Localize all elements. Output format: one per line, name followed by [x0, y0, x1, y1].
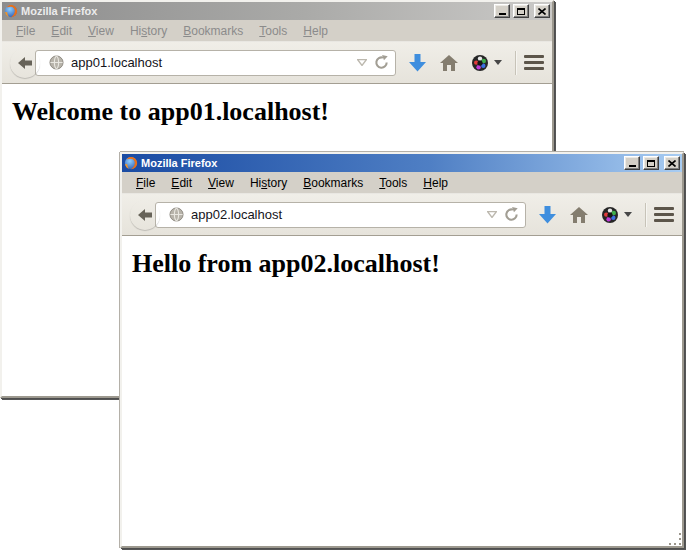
- maximize-button[interactable]: [513, 4, 529, 18]
- hamburger-icon: [654, 207, 674, 210]
- reload-icon[interactable]: [374, 55, 389, 70]
- toolbar-separator: [515, 51, 516, 75]
- dropdown-caret-icon: [494, 60, 502, 65]
- back-arrow-icon: [138, 209, 152, 221]
- menu-tools[interactable]: Tools: [371, 174, 415, 192]
- downloads-button[interactable]: [539, 206, 556, 224]
- menu-file[interactable]: File: [128, 174, 163, 192]
- color-wheel-icon: [602, 206, 621, 224]
- toolbar-separator: [645, 203, 646, 227]
- page-content: Hello from app02.localhost!: [122, 236, 682, 546]
- color-wheel-icon: [472, 54, 491, 72]
- resize-grip[interactable]: [667, 531, 681, 545]
- url-text: app02.localhost: [191, 207, 480, 222]
- menu-history[interactable]: History: [122, 22, 175, 40]
- menu-bookmarks[interactable]: Bookmarks: [295, 174, 371, 192]
- download-arrow-icon: [409, 54, 426, 72]
- back-arrow-icon: [18, 57, 32, 69]
- menu-view[interactable]: View: [80, 22, 122, 40]
- close-button[interactable]: [534, 4, 550, 18]
- globe-icon: [49, 55, 64, 70]
- menu-view[interactable]: View: [200, 174, 242, 192]
- firefox-window-app02: Mozilla Firefox File Edit View History B…: [120, 152, 684, 548]
- menu-edit[interactable]: Edit: [163, 174, 200, 192]
- close-icon: [538, 8, 546, 15]
- menu-panel-button[interactable]: [654, 205, 674, 224]
- close-button[interactable]: [664, 156, 680, 170]
- back-button[interactable]: [130, 200, 160, 230]
- desktop: Mozilla Firefox File Edit View History B…: [0, 0, 688, 551]
- menu-history[interactable]: History: [242, 174, 295, 192]
- page-heading: Hello from app02.localhost!: [132, 249, 682, 279]
- minimize-icon: [499, 13, 506, 15]
- maximize-icon: [647, 160, 655, 167]
- firefox-logo-icon: [4, 4, 18, 18]
- url-bar[interactable]: app01.localhost: [35, 50, 396, 76]
- maximize-icon: [517, 8, 525, 15]
- maximize-button[interactable]: [643, 156, 659, 170]
- urlbar-dropdown-icon[interactable]: [357, 59, 367, 66]
- back-button[interactable]: [10, 48, 40, 78]
- menu-bar: File Edit View History Bookmarks Tools H…: [122, 172, 682, 194]
- download-arrow-icon: [539, 206, 556, 224]
- close-icon: [668, 160, 676, 167]
- reload-icon[interactable]: [504, 207, 519, 222]
- toolbar-buttons: [539, 203, 674, 227]
- home-icon: [570, 207, 588, 223]
- menu-tools[interactable]: Tools: [251, 22, 295, 40]
- url-bar[interactable]: app02.localhost: [155, 202, 526, 228]
- page-heading: Welcome to app01.localhost!: [12, 97, 552, 127]
- minimize-button[interactable]: [624, 156, 640, 170]
- hamburger-icon: [524, 55, 544, 58]
- minimize-icon: [629, 165, 636, 167]
- navigation-toolbar: app01.localhost: [2, 42, 552, 84]
- titlebar[interactable]: Mozilla Firefox: [122, 154, 682, 172]
- globe-icon: [169, 207, 184, 222]
- menu-file[interactable]: File: [8, 22, 43, 40]
- menu-help[interactable]: Help: [295, 22, 336, 40]
- navigation-toolbar: app02.localhost: [122, 194, 682, 236]
- downloads-button[interactable]: [409, 54, 426, 72]
- toolbar-buttons: [409, 51, 544, 75]
- color-wheel-button[interactable]: [602, 206, 632, 224]
- home-icon: [440, 55, 458, 71]
- window-title: Mozilla Firefox: [21, 5, 491, 17]
- menu-help[interactable]: Help: [415, 174, 456, 192]
- home-button[interactable]: [440, 55, 458, 71]
- color-wheel-button[interactable]: [472, 54, 502, 72]
- titlebar[interactable]: Mozilla Firefox: [2, 2, 552, 20]
- menu-bar: File Edit View History Bookmarks Tools H…: [2, 20, 552, 42]
- window-title: Mozilla Firefox: [141, 157, 621, 169]
- url-text: app01.localhost: [71, 55, 350, 70]
- home-button[interactable]: [570, 207, 588, 223]
- menu-bookmarks[interactable]: Bookmarks: [175, 22, 251, 40]
- menu-edit[interactable]: Edit: [43, 22, 80, 40]
- dropdown-caret-icon: [624, 212, 632, 217]
- firefox-logo-icon: [124, 156, 138, 170]
- minimize-button[interactable]: [494, 4, 510, 18]
- menu-panel-button[interactable]: [524, 53, 544, 72]
- urlbar-dropdown-icon[interactable]: [487, 211, 497, 218]
